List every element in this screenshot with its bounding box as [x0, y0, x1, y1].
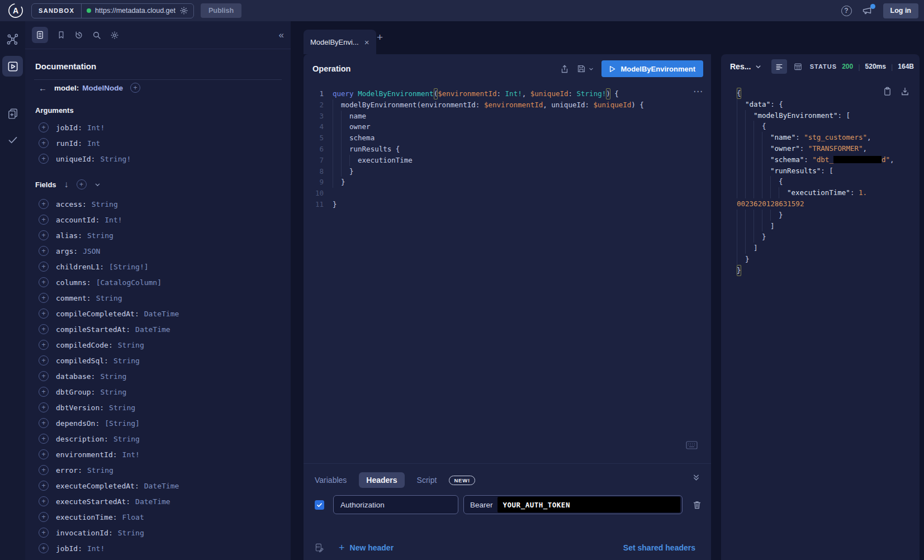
field-type[interactable]: DateTime [144, 310, 179, 318]
field-type[interactable]: Int [87, 139, 100, 148]
doc-field-row[interactable]: +invocationId:String [25, 525, 291, 540]
add-field-icon[interactable]: + [39, 418, 49, 428]
add-field-icon[interactable]: + [39, 402, 49, 412]
search-icon[interactable] [92, 31, 101, 40]
table-view-icon[interactable] [794, 63, 802, 71]
history-icon[interactable] [74, 31, 83, 40]
add-all-fields-icon[interactable]: + [77, 179, 87, 189]
doc-field-row[interactable]: +comment:String [25, 290, 291, 306]
doc-field-row[interactable]: +dbtGroup:String [25, 384, 291, 400]
field-type[interactable]: DateTime [144, 482, 179, 490]
doc-field-row[interactable]: +columns:[CatalogColumn] [25, 274, 291, 290]
doc-field-row[interactable]: +accountId:Int! [25, 212, 291, 227]
operation-tab[interactable]: ModelByEnvi... × [304, 30, 376, 54]
add-field-icon[interactable]: + [39, 434, 49, 444]
response-chevron-down-icon[interactable] [755, 64, 761, 70]
collapse-docs-icon[interactable]: « [279, 30, 284, 41]
add-field-icon[interactable]: + [39, 355, 49, 366]
code-line[interactable]: 3name [312, 111, 705, 122]
doc-field-row[interactable]: +uniqueId:String! [25, 151, 291, 167]
add-field-icon[interactable]: + [39, 512, 49, 522]
add-field-icon[interactable]: + [39, 449, 49, 459]
add-field-icon[interactable]: + [39, 465, 49, 475]
field-type[interactable]: Int! [105, 216, 122, 224]
add-field-icon[interactable]: + [39, 262, 49, 272]
endpoint-settings-gear-icon[interactable] [179, 6, 188, 15]
header-key-input[interactable]: Authorization [333, 495, 458, 514]
add-field-icon[interactable]: + [39, 528, 49, 538]
field-type[interactable]: String [118, 341, 144, 349]
save-operation-icon[interactable] [577, 64, 594, 73]
code-line[interactable]: 7executionTime [312, 155, 705, 166]
keyboard-shortcuts-icon[interactable] [686, 441, 698, 449]
code-line[interactable]: 6runResults { [312, 144, 705, 155]
header-enabled-checkbox[interactable] [315, 500, 324, 510]
endpoint-input[interactable]: https://metadata.cloud.get [81, 4, 193, 18]
raw-view-icon[interactable] [771, 59, 787, 74]
add-field-icon[interactable]: + [39, 387, 49, 397]
explorer-tab-active[interactable] [2, 56, 23, 77]
help-icon[interactable]: ? [841, 6, 852, 16]
add-field-icon[interactable]: + [39, 138, 49, 148]
run-operation-button[interactable]: ModelByEnvironment [601, 60, 703, 77]
field-type[interactable]: String [113, 357, 140, 365]
code-line[interactable]: 1query ModelByEnvironment($environmentId… [312, 88, 705, 99]
field-type[interactable]: String! [100, 155, 131, 163]
new-header-button[interactable]: + New header [339, 542, 394, 554]
add-field-icon[interactable]: + [39, 543, 49, 553]
new-tab-icon[interactable]: + [377, 31, 383, 44]
doc-field-row[interactable]: +childrenL1:[String!] [25, 259, 291, 274]
field-type[interactable]: DateTime [135, 325, 170, 334]
back-arrow-icon[interactable]: ← [39, 83, 47, 93]
doc-field-row[interactable]: +alias:String [25, 227, 291, 243]
code-line[interactable]: 5schema [312, 132, 705, 144]
add-type-icon[interactable]: + [130, 83, 140, 93]
add-field-icon[interactable]: + [39, 340, 49, 350]
settings-gear-icon[interactable] [110, 31, 119, 40]
doc-field-row[interactable]: +executionTime:Float [25, 509, 291, 525]
field-type[interactable]: String [96, 294, 122, 302]
field-type[interactable]: Int! [87, 544, 105, 553]
apollo-logo[interactable]: A [0, 3, 31, 18]
field-type[interactable]: DateTime [135, 497, 170, 506]
header-value-input[interactable]: Bearer YOUR_AUTH_TOKEN [463, 495, 683, 514]
add-field-icon[interactable]: + [39, 230, 49, 240]
schema-graph-icon[interactable] [0, 34, 25, 45]
sandbox-pages-icon[interactable] [0, 108, 25, 119]
share-operation-icon[interactable] [560, 64, 569, 74]
add-field-icon[interactable]: + [39, 215, 49, 225]
code-line[interactable]: 8} [312, 166, 705, 177]
operation-editor[interactable]: 1query ModelByEnvironment($environmentId… [312, 88, 705, 210]
code-line[interactable]: 9} [312, 177, 705, 188]
add-field-icon[interactable]: + [39, 277, 49, 287]
add-field-icon[interactable]: + [39, 122, 49, 132]
checklist-icon[interactable] [0, 134, 25, 145]
code-line[interactable]: 4owner [312, 121, 705, 132]
add-field-icon[interactable]: + [39, 324, 49, 334]
set-shared-headers-link[interactable]: Set shared headers [623, 543, 695, 552]
field-type[interactable]: JSON [83, 247, 100, 255]
login-button[interactable]: Log in [883, 3, 919, 18]
bookmarks-icon[interactable] [57, 31, 65, 39]
field-type[interactable]: String [100, 388, 126, 396]
field-type[interactable]: Int! [87, 124, 105, 132]
field-type[interactable]: String [92, 200, 118, 208]
doc-field-row[interactable]: +jobId:Int! [25, 120, 291, 135]
code-line[interactable]: 11} [312, 199, 705, 210]
field-type[interactable]: Int! [122, 450, 140, 459]
environment-variables-icon[interactable] [315, 543, 324, 553]
announcements-megaphone-icon[interactable] [862, 6, 873, 16]
doc-field-row[interactable]: +executeStartedAt:DateTime [25, 493, 291, 509]
doc-field-row[interactable]: +dependsOn:[String] [25, 415, 291, 431]
operation-tab-title[interactable]: ModelByEnvi... [310, 38, 359, 46]
doc-field-row[interactable]: +runId:Int [25, 135, 291, 151]
doc-field-row[interactable]: +executeCompletedAt:DateTime [25, 478, 291, 493]
field-type[interactable]: String [109, 404, 135, 412]
field-type[interactable]: [String] [105, 419, 140, 428]
add-field-icon[interactable]: + [39, 496, 49, 506]
code-line[interactable]: 2modelByEnvironment(environmentId: $envi… [312, 99, 705, 111]
field-type[interactable]: String [118, 529, 144, 537]
doc-field-row[interactable]: +compileStartedAt:DateTime [25, 321, 291, 337]
doc-field-row[interactable]: +environmentId:Int! [25, 447, 291, 462]
field-type[interactable]: String [100, 372, 126, 381]
